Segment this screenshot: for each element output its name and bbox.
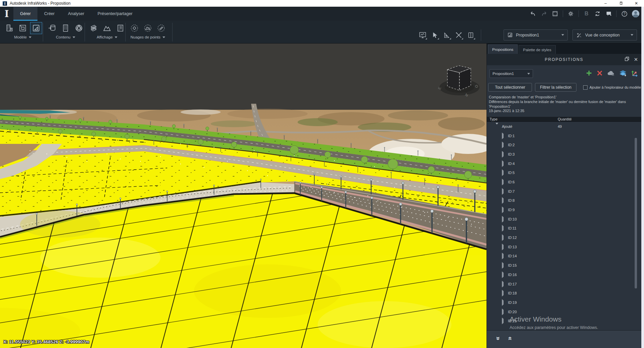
ribbon-group-label[interactable]: Contenu (56, 35, 75, 39)
menu-tab-analyser[interactable]: Analyser (61, 7, 91, 21)
view-mode-dropdown[interactable]: Vue de conception (572, 29, 637, 40)
expand-icon[interactable] (502, 253, 504, 259)
cloud-sync-off-icon[interactable] (607, 70, 615, 78)
tab-propositions[interactable]: Propositions (488, 45, 518, 54)
display-list-icon[interactable] (114, 22, 126, 34)
fit-frame-icon[interactable] (552, 10, 558, 17)
tree-row-id-5[interactable]: ID:5 (487, 168, 641, 177)
panel-scrollbar-thumb[interactable] (635, 138, 637, 288)
viewport-3d-scene[interactable]: N O E (0, 44, 487, 348)
data-source-icon[interactable] (46, 22, 58, 34)
add-proposition-icon[interactable] (585, 70, 593, 78)
tree-row-id-8[interactable]: ID:8 (487, 196, 641, 205)
tree-row-id-3[interactable]: ID:3 (487, 150, 641, 159)
expand-icon[interactable] (502, 309, 504, 315)
close-button[interactable]: ✕ (629, 0, 644, 7)
float-panel-icon[interactable] (625, 57, 629, 63)
point-cloud-themes-icon[interactable] (128, 22, 140, 34)
b-logo-icon[interactable]: B (583, 10, 590, 17)
merge-layers-icon[interactable] (619, 69, 627, 78)
tree-row-id-1[interactable]: ID:1 (487, 131, 641, 141)
select-cursor-icon[interactable] (430, 30, 439, 40)
screen-settings-icon[interactable] (418, 30, 427, 40)
settings-gear-icon[interactable] (567, 10, 574, 17)
point-cloud-linear-icon[interactable] (155, 22, 167, 34)
help-icon[interactable]: ? (621, 10, 628, 17)
collapse-icon[interactable] (496, 123, 498, 128)
tree-row-id-12[interactable]: ID:12 (487, 233, 641, 242)
model-properties-icon[interactable] (17, 22, 29, 34)
ribbon-group-label[interactable]: Modèle (14, 35, 31, 39)
layers-icon[interactable] (88, 22, 100, 34)
tree-row-id-14[interactable]: ID:14 (487, 252, 641, 261)
expand-icon[interactable] (502, 151, 504, 158)
content-building-icon[interactable] (60, 22, 72, 34)
expand-icon[interactable] (502, 216, 504, 223)
user-avatar[interactable] (632, 10, 639, 17)
utility-tools-icon[interactable] (454, 30, 463, 40)
tree-row-id-19[interactable]: ID:19 (487, 298, 641, 307)
expand-icon[interactable] (502, 318, 504, 324)
add-to-explorer-checkbox[interactable] (583, 85, 587, 90)
undo-icon[interactable] (530, 10, 536, 17)
redo-icon[interactable] (541, 10, 547, 17)
menu-tab-gerer[interactable]: Gérer (13, 7, 37, 21)
measure-setsquare-icon[interactable] (442, 30, 451, 40)
chat-icon[interactable] (605, 10, 612, 17)
tree-row-id-7[interactable]: ID:7 (487, 187, 641, 196)
collapse-all-up-icon[interactable]: » (506, 337, 513, 340)
expand-icon[interactable] (502, 160, 504, 167)
coordinate-axes-icon[interactable] (631, 69, 639, 78)
expand-icon[interactable] (502, 206, 504, 213)
tree-row-id-17[interactable]: ID:17 (487, 279, 641, 289)
tab-palette-de-styles[interactable]: Palette de styles (519, 45, 555, 54)
tree-row-id-18[interactable]: ID:18 (487, 288, 641, 298)
tree-row-id-15[interactable]: ID:15 (487, 261, 641, 270)
bookmarks-icon[interactable] (466, 30, 475, 40)
expand-icon[interactable] (502, 179, 504, 185)
expand-all-down-icon[interactable]: « (494, 337, 501, 340)
select-all-button[interactable]: Tout sélectionner (488, 83, 532, 92)
expand-icon[interactable] (502, 225, 504, 232)
menu-tab-presenter[interactable]: Présenter/partager (91, 7, 139, 21)
expand-icon[interactable] (502, 244, 504, 250)
sync-icon[interactable] (594, 10, 601, 17)
menu-tab-creer[interactable]: Créer (37, 7, 61, 21)
tree-row-id-11[interactable]: ID:11 (487, 224, 641, 233)
web-content-globe-icon[interactable] (73, 22, 85, 34)
tree-row-id-9[interactable]: ID:9 (487, 205, 641, 214)
tree-row-id-4[interactable]: ID:4 (487, 159, 641, 168)
close-panel-icon[interactable]: ✕ (634, 57, 638, 63)
expand-icon[interactable] (502, 169, 504, 176)
minimize-button[interactable]: – (598, 0, 613, 7)
ribbon-group-label[interactable]: Affichage (97, 35, 117, 39)
point-cloud-terrain-icon[interactable] (142, 22, 154, 34)
tree-row-id-16[interactable]: ID:16 (487, 270, 641, 279)
expand-icon[interactable] (502, 133, 504, 139)
expand-icon[interactable] (502, 262, 504, 269)
expand-icon[interactable] (502, 188, 504, 195)
expand-icon[interactable] (502, 271, 504, 278)
expand-icon[interactable] (502, 197, 504, 204)
expand-icon[interactable] (502, 290, 504, 296)
expand-icon[interactable] (502, 142, 504, 148)
model-building-icon[interactable] (3, 22, 15, 34)
tree-row-id-2[interactable]: ID:2 (487, 140, 641, 150)
tree-row-root[interactable]: Ajouté 49 (487, 122, 641, 131)
proposals-icon[interactable] (30, 22, 42, 34)
proposition-select[interactable]: Proposition1 (490, 69, 533, 78)
expand-icon[interactable] (502, 299, 504, 306)
restore-button[interactable] (613, 0, 629, 7)
ribbon-group-label[interactable]: Nuages de points (130, 35, 165, 39)
proposition-dropdown[interactable]: Proposition1 (504, 29, 568, 40)
tree-row-id-13[interactable]: ID:13 (487, 242, 641, 252)
tree-row-id-6[interactable]: ID:6 (487, 177, 641, 187)
expand-icon[interactable] (502, 234, 504, 241)
expand-icon[interactable] (502, 281, 504, 287)
delete-proposition-icon[interactable] (596, 70, 603, 78)
terrain-icon[interactable] (101, 22, 113, 34)
viewport-3d[interactable]: N O E X: 11.055023 Y: 35.468526 Z: -3.99… (0, 44, 487, 348)
comparison-timestamp: 19-janv.-2021 à 12:35 (489, 109, 640, 113)
tree-row-id-10[interactable]: ID:10 (487, 214, 641, 224)
filter-selection-button[interactable]: Filtrer la sélection (535, 83, 576, 92)
